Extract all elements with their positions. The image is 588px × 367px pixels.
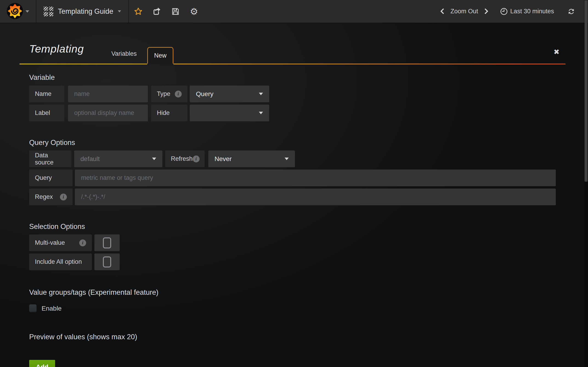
templating-panel: Templating Variables New ✖ Variable Name… [19, 23, 565, 367]
hide-select[interactable] [190, 105, 269, 121]
checkbox-icon [103, 257, 111, 267]
select-caret-icon [285, 158, 289, 160]
enable-label: Enable [42, 305, 61, 312]
label-label: Label [29, 105, 64, 121]
refresh-info-icon[interactable]: i [193, 156, 199, 162]
tab-variables[interactable]: Variables [107, 50, 141, 57]
variable-label-row: Label Hide [29, 105, 556, 121]
multi-value-row: Multi-value i [29, 234, 556, 251]
hide-label: Hide [151, 105, 187, 121]
multi-value-info-icon[interactable]: i [79, 240, 86, 246]
name-label: Name [29, 85, 64, 102]
dashboard-title: Templating Guide [58, 7, 113, 16]
query-options-section: Query Options Data source default Refres… [29, 138, 556, 205]
grafana-app: Templating Guide [0, 0, 588, 367]
accent-divider [19, 64, 565, 65]
type-label: Type i [151, 85, 187, 102]
page-title: Templating [29, 42, 84, 55]
refresh-icon [567, 8, 575, 15]
scrollbar-thumb[interactable] [585, 0, 588, 182]
multi-value-checkbox[interactable] [95, 234, 120, 251]
grafana-menu-button[interactable] [0, 0, 36, 23]
grafana-logo-icon [7, 3, 23, 20]
checkbox-icon [103, 237, 111, 248]
regex-info-icon[interactable]: i [60, 194, 67, 200]
star-dashboard-button[interactable] [129, 0, 147, 23]
enable-row: Enable [29, 304, 556, 312]
templating-header: Templating Variables New ✖ [19, 23, 565, 64]
share-dashboard-button[interactable] [147, 0, 166, 23]
include-all-label: Include All option [29, 253, 92, 270]
regex-input[interactable] [75, 189, 556, 205]
dashboard-icon [44, 7, 53, 16]
refresh-label: Refresh i [165, 150, 205, 167]
regex-row: Regex i [29, 189, 556, 205]
navbar-time-controls: Zoom Out Last 30 minutes [440, 0, 588, 23]
time-range-label: Last 30 minutes [510, 8, 554, 15]
variable-name-row: Name Type i Query [29, 85, 556, 102]
scrollbar-track[interactable] [584, 0, 588, 367]
tab-new[interactable]: New [147, 47, 173, 64]
selection-options-section: Selection Options Multi-value i Include … [29, 222, 556, 270]
type-select[interactable]: Query [190, 85, 269, 102]
name-input[interactable] [68, 85, 148, 102]
multi-value-label: Multi-value i [29, 234, 92, 251]
time-range-picker[interactable]: Last 30 minutes [501, 8, 554, 15]
share-icon [153, 7, 161, 16]
datasource-select[interactable]: default [74, 150, 162, 167]
dashboard-picker-caret-icon [118, 10, 121, 12]
top-navbar: Templating Guide [0, 0, 588, 23]
select-caret-icon [259, 112, 263, 114]
select-caret-icon [259, 93, 263, 95]
preview-heading: Preview of values (shows max 20) [29, 333, 556, 341]
add-button[interactable]: Add [29, 360, 55, 367]
time-shift-forward-button[interactable] [484, 9, 489, 14]
type-info-icon[interactable]: i [175, 91, 182, 98]
navbar-actions: ⚙ [129, 0, 203, 23]
include-all-checkbox[interactable] [95, 253, 120, 270]
variable-section: Variable Name Type i Query [29, 73, 556, 121]
org-switch-caret-icon [26, 10, 29, 13]
save-dashboard-button[interactable] [166, 0, 185, 23]
refresh-select[interactable]: Never [208, 150, 295, 167]
query-label: Query [29, 169, 73, 186]
zoom-out-button[interactable]: Zoom Out [450, 8, 478, 15]
value-groups-section: Value groups/tags (Experimental feature)… [29, 288, 556, 312]
query-input[interactable] [75, 169, 556, 186]
star-icon [134, 7, 143, 16]
query-row: Query [29, 169, 556, 186]
datasource-label: Data source [29, 150, 71, 167]
enable-checkbox[interactable] [29, 304, 36, 312]
include-all-row: Include All option [29, 253, 556, 270]
select-caret-icon [152, 158, 156, 160]
close-icon[interactable]: ✖ [553, 48, 560, 56]
query-options-heading: Query Options [29, 138, 556, 147]
regex-label: Regex i [29, 189, 73, 205]
clock-icon [501, 8, 507, 15]
save-icon [171, 7, 180, 16]
gear-icon: ⚙ [190, 7, 198, 16]
settings-button[interactable]: ⚙ [185, 0, 203, 23]
value-groups-heading: Value groups/tags (Experimental feature) [29, 288, 556, 297]
label-input[interactable] [68, 105, 148, 121]
variable-heading: Variable [29, 73, 556, 82]
datasource-row: Data source default Refresh i Never [29, 150, 556, 167]
preview-section: Preview of values (shows max 20) [29, 333, 556, 341]
dashboard-title-button[interactable]: Templating Guide [36, 0, 129, 23]
refresh-button[interactable] [567, 8, 575, 15]
time-shift-back-button[interactable] [440, 9, 444, 14]
selection-options-heading: Selection Options [29, 222, 556, 231]
